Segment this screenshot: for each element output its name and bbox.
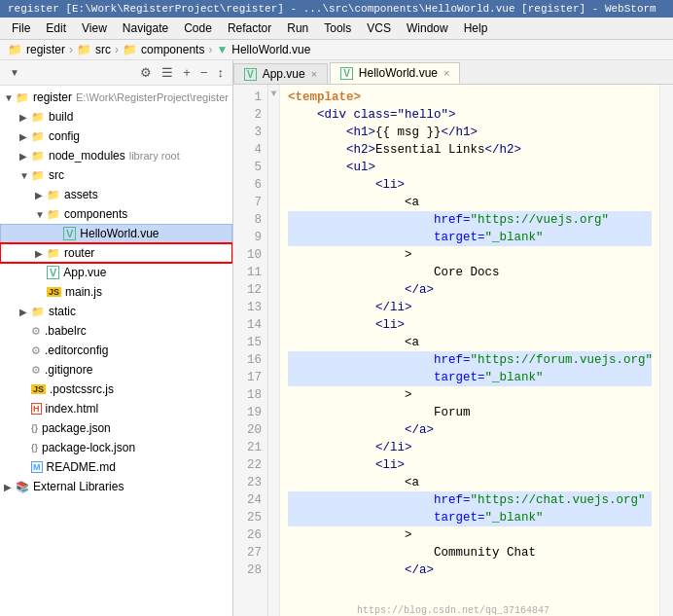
tree-icon-packagelockjson: {}	[31, 443, 38, 453]
tab-close-helloworldvue[interactable]: ×	[443, 67, 449, 79]
menu-item-help[interactable]: Help	[456, 19, 496, 37]
tree-item-src[interactable]: ▼📁src	[0, 165, 232, 185]
sidebar-sort-icon[interactable]: ↕	[215, 64, 228, 81]
breadcrumb-vue-icon: ▼	[216, 43, 228, 56]
sidebar-settings-icon[interactable]: ⚙	[137, 64, 155, 81]
code-line-11[interactable]: Core Docs	[288, 264, 652, 281]
code-line-1[interactable]: <template>	[288, 89, 652, 106]
code-line-17[interactable]: target="_blank"	[288, 369, 652, 386]
code-line-15[interactable]: <a	[288, 334, 652, 351]
sidebar-header-icons: ⚙ ☰ + − ↕	[137, 64, 227, 81]
tree-arrow-components[interactable]: ▼	[35, 209, 47, 220]
menu-item-file[interactable]: File	[4, 19, 38, 37]
tree-item-postcssrc[interactable]: JS.postcssrc.js	[0, 380, 232, 399]
code-line-23[interactable]: <a	[288, 474, 652, 491]
code-line-19[interactable]: Forum	[288, 404, 652, 421]
tab-appvue[interactable]: VApp.vue×	[233, 63, 328, 84]
code-line-9[interactable]: target="_blank"	[288, 229, 652, 246]
tree-item-register[interactable]: ▼📁registerE:\Work\RegisterProject\regist…	[0, 88, 232, 107]
code-line-28[interactable]: </a>	[288, 562, 652, 579]
code-line-22[interactable]: <li>	[288, 456, 652, 474]
tree-item-packagejson[interactable]: {}package.json	[0, 418, 232, 438]
line-number-27: 27	[239, 544, 262, 562]
tree-item-config[interactable]: ▶📁config	[0, 127, 232, 146]
fold-indicator-1[interactable]: ▼	[268, 85, 279, 102]
editor[interactable]: 1234567891011121314151617181920212223242…	[233, 85, 673, 616]
code-line-21[interactable]: </li>	[288, 439, 652, 456]
code-line-10[interactable]: >	[288, 246, 652, 264]
tree-item-editorconfig[interactable]: ⚙.editorconfig	[0, 341, 232, 360]
tree-item-assets[interactable]: ▶📁assets	[0, 185, 232, 204]
code-line-25[interactable]: target="_blank"	[288, 509, 652, 526]
tree-item-appvue[interactable]: VApp.vue	[0, 263, 232, 282]
sidebar-add-icon[interactable]: +	[180, 64, 194, 81]
tree-arrow-node_modules[interactable]: ▶	[19, 151, 31, 162]
scrollbar-area[interactable]	[659, 85, 673, 616]
breadcrumb-item-2[interactable]: components	[141, 43, 204, 56]
tree-arrow-assets[interactable]: ▶	[35, 190, 47, 200]
code-line-4[interactable]: <h2>Essential Links</h2>	[288, 141, 652, 159]
menu-item-view[interactable]: View	[74, 19, 115, 37]
code-line-27[interactable]: Community Chat	[288, 544, 652, 562]
tree-item-static[interactable]: ▶📁static	[0, 302, 232, 321]
code-line-8[interactable]: href="https://vuejs.org"	[288, 211, 652, 229]
code-line-6[interactable]: <li>	[288, 176, 652, 194]
tree-arrow-register[interactable]: ▼	[4, 92, 16, 103]
menu-item-window[interactable]: Window	[399, 19, 456, 37]
code-line-24[interactable]: href="https://chat.vuejs.org"	[288, 491, 652, 509]
menu-item-code[interactable]: Code	[176, 19, 220, 37]
code-area[interactable]: <template> <div class="hello"> <h1>{{ ms…	[280, 85, 659, 616]
fold-indicator-12	[268, 277, 279, 295]
code-line-12[interactable]: </a>	[288, 281, 652, 299]
menu-item-navigate[interactable]: Navigate	[115, 19, 176, 37]
menu-item-edit[interactable]: Edit	[38, 19, 74, 37]
tab-close-appvue[interactable]: ×	[311, 68, 317, 80]
code-line-18[interactable]: >	[288, 386, 652, 404]
tab-helloworldvue[interactable]: VHelloWorld.vue×	[330, 62, 460, 84]
tree-label-router: router	[64, 246, 94, 260]
code-line-20[interactable]: </a>	[288, 421, 652, 439]
tree-item-gitignore[interactable]: ⚙.gitignore	[0, 360, 232, 380]
menu-item-vcs[interactable]: VCS	[359, 19, 399, 37]
breadcrumb-separator-1: ›	[115, 43, 119, 56]
tree-label-config: config	[49, 129, 80, 143]
fold-indicator-13	[268, 295, 279, 312]
breadcrumb-item-0[interactable]: register	[26, 43, 65, 56]
menu-item-run[interactable]: Run	[279, 19, 316, 37]
code-line-5[interactable]: <ul>	[288, 159, 652, 176]
menu-item-tools[interactable]: Tools	[316, 19, 359, 37]
breadcrumb-item-3[interactable]: HelloWorld.vue	[231, 43, 310, 56]
tree-item-router[interactable]: ▶📁router	[0, 243, 232, 263]
code-line-2[interactable]: <div class="hello">	[288, 106, 652, 124]
tree-item-components[interactable]: ▼📁components	[0, 204, 232, 224]
code-line-7[interactable]: <a	[288, 194, 652, 211]
code-line-3[interactable]: <h1>{{ msg }}</h1>	[288, 124, 652, 141]
tree-item-mainjs[interactable]: JSmain.js	[0, 282, 232, 302]
code-line-14[interactable]: <li>	[288, 316, 652, 334]
menu-item-refactor[interactable]: Refactor	[220, 19, 279, 37]
tree-item-packagelockjson[interactable]: {}package-lock.json	[0, 438, 232, 457]
tree-arrow-config[interactable]: ▶	[19, 131, 31, 142]
tree-item-indexhtml[interactable]: Hindex.html	[0, 399, 232, 418]
tree-item-helloworld[interactable]: VHelloWorld.vue	[0, 224, 232, 243]
sidebar-minus-icon[interactable]: −	[197, 64, 211, 81]
breadcrumb-item-1[interactable]: src	[95, 43, 111, 56]
tree-arrow-static[interactable]: ▶	[19, 307, 31, 317]
sidebar-dropdown-arrow[interactable]: ▼	[10, 67, 21, 78]
tree-arrow-src[interactable]: ▼	[19, 170, 31, 181]
tree-arrow-extlibs[interactable]: ▶	[4, 482, 16, 492]
tree-item-build[interactable]: ▶📁build	[0, 107, 232, 127]
tree-item-readmemd[interactable]: MREADME.md	[0, 457, 232, 477]
line-number-17: 17	[239, 369, 262, 386]
tree-arrow-router[interactable]: ▶	[35, 248, 47, 259]
sidebar-header-left: ▼	[6, 67, 21, 78]
code-line-26[interactable]: >	[288, 526, 652, 544]
sidebar-expand-icon[interactable]: ☰	[159, 64, 176, 81]
code-line-13[interactable]: </li>	[288, 299, 652, 316]
code-line-16[interactable]: href="https://forum.vuejs.org"	[288, 351, 652, 369]
tree-item-extlibs[interactable]: ▶📚External Libraries	[0, 477, 232, 496]
line-number-11: 11	[239, 264, 262, 281]
tree-arrow-build[interactable]: ▶	[19, 112, 31, 123]
tree-item-node_modules[interactable]: ▶📁node_moduleslibrary root	[0, 146, 232, 165]
tree-item-babelrc[interactable]: ⚙.babelrc	[0, 321, 232, 341]
